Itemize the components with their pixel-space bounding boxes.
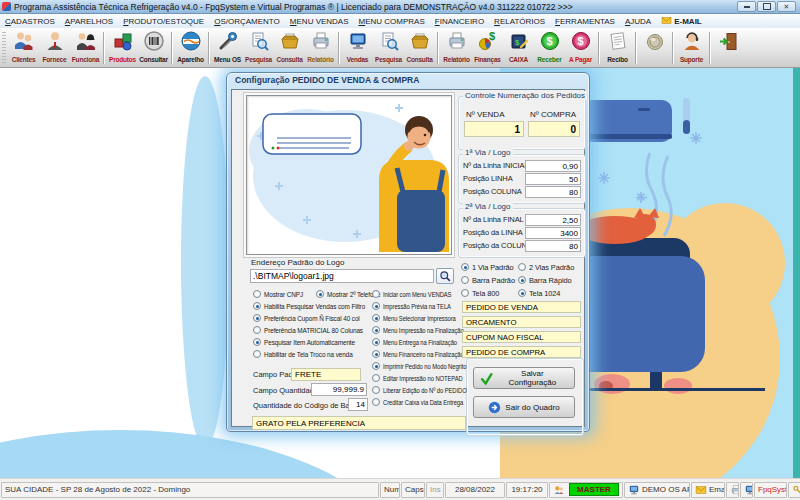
toolbar-button-consultar[interactable]: Consultar xyxy=(138,30,169,66)
toolbar-button-pesquisa[interactable]: Pesquisa xyxy=(373,30,404,66)
option-right-1[interactable]: Impressão Prévia na TELA xyxy=(372,302,470,311)
toolbar-button-relat-rio[interactable]: Relatório xyxy=(441,30,472,66)
toolbar-button-aparelho[interactable]: Aparelho xyxy=(175,30,206,66)
menu-item-os-or-amento[interactable]: OS/ORÇAMENTO xyxy=(209,17,285,26)
qtd-codigo-barras-field[interactable]: 14 xyxy=(348,398,368,411)
option-left-4[interactable]: Preferência MATRICIAL 80 Colunas xyxy=(253,326,380,335)
toolbar-button-recibo[interactable]: Recibo xyxy=(602,30,633,66)
radio-icon[interactable] xyxy=(253,326,261,334)
menu-item-menu-compras[interactable]: MENU COMPRAS xyxy=(354,17,430,26)
toolbar-button-suporte[interactable]: Suporte xyxy=(676,30,707,66)
radio-icon[interactable] xyxy=(372,326,380,334)
maximize-button[interactable] xyxy=(757,1,776,12)
menu-item-produto-estoque[interactable]: PRODUTO/ESTOQUE xyxy=(118,17,209,26)
radio-icon[interactable] xyxy=(372,338,380,346)
toolbar-button-consulta[interactable]: Consulta xyxy=(274,30,305,66)
toolbar-button-consulta[interactable]: Consulta xyxy=(404,30,435,66)
menu-item-cadastros[interactable]: CADASTROS xyxy=(0,17,60,26)
menu-item-financeiro[interactable]: FINANCEIRO xyxy=(430,17,489,26)
menu-item-ajuda[interactable]: AJUDA xyxy=(620,17,656,26)
menu-item-relat-rios[interactable]: RELATÓRIOS xyxy=(489,17,550,26)
radio-icon[interactable] xyxy=(253,338,261,346)
svg-text:$: $ xyxy=(546,35,552,47)
toolbar-button-a-pagar[interactable]: $A Pagar xyxy=(565,30,596,66)
radio-icon[interactable] xyxy=(461,263,469,271)
via-row-field[interactable]: 80 xyxy=(525,186,581,198)
exit-dialog-button[interactable]: Sair do Quadro xyxy=(473,396,575,418)
doc-title-field-2[interactable]: CUPOM NAO FISCAL xyxy=(462,331,581,343)
toolbar-button-relat-rio[interactable]: Relatório xyxy=(305,30,336,66)
option-left-2[interactable]: Habilita Pesquisar Vendas com Filtro xyxy=(253,302,383,311)
campo-padrao-field[interactable]: FRETE xyxy=(291,368,361,381)
option-right-6[interactable]: Imprimir Pedido no Modo Negrito xyxy=(372,362,490,371)
via-row-field[interactable]: 0,90 xyxy=(525,160,581,172)
toolbar-button-door[interactable] xyxy=(713,30,744,66)
compra-number-field[interactable]: 0 xyxy=(528,121,580,137)
print-radio-0-1[interactable]: 2 Vias Padrão xyxy=(518,263,577,272)
via-row-field[interactable]: 2,50 xyxy=(525,214,581,226)
radio-icon[interactable] xyxy=(316,290,324,298)
print-radio-2-1[interactable]: Tela 1024 xyxy=(518,289,562,298)
radio-icon[interactable] xyxy=(518,289,526,297)
toolbar-separator xyxy=(208,32,210,64)
radio-icon[interactable] xyxy=(461,276,469,284)
radio-icon[interactable] xyxy=(372,398,380,406)
option-right-7[interactable]: Editar Impressão no NOTEPAD xyxy=(372,374,485,383)
close-button[interactable]: ✕ xyxy=(777,1,796,12)
doc-title-field-1[interactable]: ORCAMENTO xyxy=(462,316,581,328)
radio-icon[interactable] xyxy=(253,350,261,358)
menu-item-ferramentas[interactable]: FERRAMENTAS xyxy=(550,17,620,26)
radio-icon[interactable] xyxy=(372,290,380,298)
toolbar-button-vendas[interactable]: Vendas xyxy=(342,30,373,66)
radio-icon[interactable] xyxy=(518,263,526,271)
toolbar-button-coin[interactable] xyxy=(639,30,670,66)
footer-message-field[interactable]: GRATO PELA PREFERENCIA xyxy=(252,416,466,430)
menu-item-menu-vendas[interactable]: MENU VENDAS xyxy=(285,17,354,26)
toolbar-button-fornece[interactable]: Fornece xyxy=(39,30,70,66)
option-left-3[interactable]: Preferência Cupom Ñ Fiscal 40 col xyxy=(253,314,377,323)
toolbar-button-caixa[interactable]: $CAIXA xyxy=(503,30,534,66)
radio-icon[interactable] xyxy=(372,314,380,322)
radio-icon[interactable] xyxy=(372,362,380,370)
option-right-0[interactable]: Iniciar com Menu VENDAS xyxy=(372,290,471,299)
venda-number-field[interactable]: 1 xyxy=(464,121,524,137)
toolbar-button-pesquisa[interactable]: Pesquisa xyxy=(243,30,274,66)
logo-path-input[interactable]: .\BITMAP\logoar1.jpg xyxy=(250,269,434,283)
toolbar-button-finan-as[interactable]: $Finanças xyxy=(472,30,503,66)
via-row-field[interactable]: 80 xyxy=(525,240,581,252)
doc-title-field-3[interactable]: PEDIDO DE COMPRA xyxy=(462,346,581,358)
print-radio-2-0[interactable]: Tela 800 xyxy=(461,289,501,298)
print-radio-1-0[interactable]: Barra Padrão xyxy=(461,276,517,285)
radio-icon[interactable] xyxy=(253,314,261,322)
radio-icon[interactable] xyxy=(372,386,380,394)
option-right-9[interactable]: Creditar Caixa via Data Entrega xyxy=(372,398,486,407)
via-row-field[interactable]: 3400 xyxy=(525,227,581,239)
menu-item-email[interactable]: E-MAIL xyxy=(656,15,707,28)
campo-quantidade-field[interactable]: 99,999.9 xyxy=(311,383,367,396)
option-right-2[interactable]: Menu Selecionar Impressora xyxy=(372,314,476,323)
radio-icon[interactable] xyxy=(372,302,380,310)
radio-icon[interactable] xyxy=(461,289,469,297)
radio-icon[interactable] xyxy=(253,302,261,310)
option-left-6[interactable]: Habilitar de Tela Troco na venda xyxy=(253,350,368,359)
toolbar-button-clientes[interactable]: Clientes xyxy=(8,30,39,66)
radio-icon[interactable] xyxy=(253,290,261,298)
radio-icon[interactable] xyxy=(372,374,380,382)
via-row-field[interactable]: 50 xyxy=(525,173,581,185)
toolbar-button-funciona[interactable]: Funciona xyxy=(70,30,101,66)
option-left-5[interactable]: Pesquisar Item Automaticamente xyxy=(253,338,371,347)
toolbar-button-receber[interactable]: $Receber xyxy=(534,30,565,66)
menu-item-aparelhos[interactable]: APARELHOS xyxy=(60,17,118,26)
toolbar-button-produtos[interactable]: Produtos xyxy=(107,30,138,66)
toolbar-button-menu-os[interactable]: Menu OS xyxy=(212,30,243,66)
doc-title-field-0[interactable]: PEDIDO DE VENDA xyxy=(462,301,581,313)
status-city: SUA CIDADE - SP 28 de Agosto de 2022 - D… xyxy=(1,482,379,498)
minimize-button[interactable] xyxy=(737,1,756,12)
radio-icon[interactable] xyxy=(372,350,380,358)
option-right-8[interactable]: Liberar Edição do Nº do PEDIDO xyxy=(372,386,490,395)
browse-logo-button[interactable] xyxy=(436,268,454,284)
radio-icon[interactable] xyxy=(518,276,526,284)
option-left-0[interactable]: Mostrar CNPJ xyxy=(253,290,310,299)
print-radio-1-1[interactable]: Barra Rápido xyxy=(518,276,574,285)
print-radio-0-0[interactable]: 1 Via Padrão xyxy=(461,263,516,272)
